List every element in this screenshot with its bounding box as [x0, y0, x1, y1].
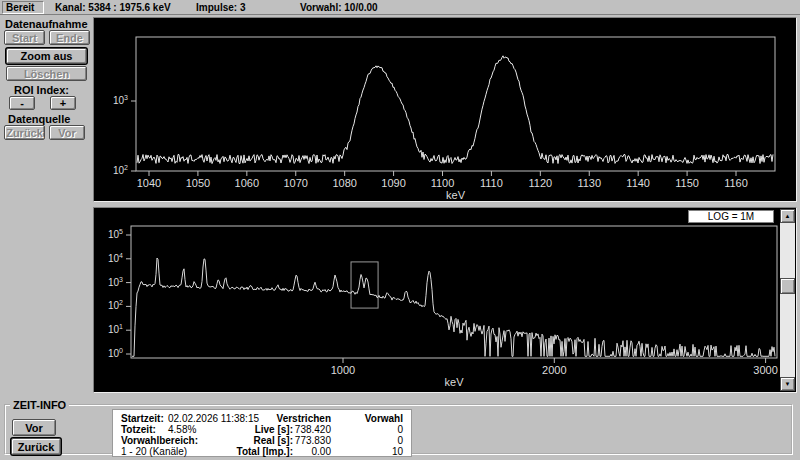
svg-text:1150: 1150	[675, 177, 699, 189]
vorwahl-header: Vorwahl	[341, 413, 403, 424]
svg-text:1050: 1050	[186, 177, 210, 189]
svg-text:1130: 1130	[577, 177, 601, 189]
svg-text:1110: 1110	[480, 177, 503, 189]
svg-text:1060: 1060	[235, 177, 259, 189]
svg-text:1090: 1090	[381, 177, 405, 189]
real-verstrichen-value: 773.830	[255, 435, 331, 446]
start-button[interactable]: Start	[4, 30, 45, 45]
scroll-down-button[interactable]: ▼	[780, 377, 795, 391]
svg-text:101: 101	[108, 323, 123, 335]
full-plot-panel[interactable]: 100020003000keV105104103102101100 LOG = …	[93, 207, 797, 393]
svg-text:2000: 2000	[542, 364, 566, 376]
zoom-aus-button[interactable]: Zoom aus	[6, 48, 87, 64]
scroll-thumb[interactable]	[780, 278, 795, 294]
total-verstrichen-value: 0.00	[255, 446, 331, 457]
zeit-info-title: ZEIT-INFO	[10, 399, 69, 411]
roi-minus-button[interactable]: -	[9, 96, 35, 110]
status-ready: Bereit	[2, 1, 44, 14]
svg-text:1070: 1070	[284, 177, 308, 189]
svg-text:1040: 1040	[137, 177, 161, 189]
svg-text:102: 102	[108, 299, 123, 311]
svg-text:104: 104	[108, 252, 123, 264]
zeit-info-table: Startzeit: 02.02.2026 11:38:15 Verstrich…	[112, 409, 412, 457]
datenquelle-zurueck-button[interactable]: Zurück	[4, 125, 45, 140]
startzeit-value: 02.02.2026 11:38:15	[168, 413, 259, 424]
svg-text:1160: 1160	[724, 177, 748, 189]
datenquelle-vor-button[interactable]: Vor	[49, 125, 85, 140]
svg-text:keV: keV	[446, 189, 466, 201]
total-vorwahl-value: 10	[341, 446, 403, 457]
svg-text:100: 100	[108, 347, 123, 359]
svg-text:keV: keV	[445, 376, 465, 388]
totzeit-value: 4.58%	[168, 424, 196, 435]
loeschen-button[interactable]: Löschen	[6, 66, 87, 81]
svg-text:1000: 1000	[331, 364, 355, 376]
totzeit-label: Totzeit:	[121, 424, 156, 435]
scroll-up-button[interactable]: ▲	[780, 209, 795, 223]
svg-text:102: 102	[113, 164, 128, 176]
roi-index-label: ROI Index:	[14, 84, 69, 96]
kanaele-label: 1 - 20 (Kanäle)	[121, 446, 187, 457]
zoom-spectrum-plot[interactable]: 1040105010601070108010901100111011201130…	[94, 18, 796, 201]
full-spectrum-plot[interactable]: 100020003000keV105104103102101100	[94, 208, 796, 392]
startzeit-label: Startzeit:	[121, 413, 164, 424]
zeit-zurueck-button[interactable]: Zurück	[11, 438, 61, 455]
svg-text:1140: 1140	[626, 177, 650, 189]
datenaufnahme-label: Datenaufnahme	[5, 18, 88, 30]
live-vorwahl-value: 0	[341, 424, 403, 435]
status-kanal: Kanal: 5384 : 1975.6 keV	[55, 2, 171, 13]
up-arrow-icon: ▲	[785, 213, 791, 219]
zeit-vor-button[interactable]: Vor	[12, 419, 56, 436]
vorwahlbereich-label: Vorwahlbereich:	[121, 435, 198, 446]
svg-text:1120: 1120	[529, 177, 553, 189]
zoom-plot-panel[interactable]: 1040105010601070108010901100111011201130…	[93, 17, 797, 202]
log-scale-readout[interactable]: LOG = 1M	[688, 210, 774, 223]
plot-scrollbar[interactable]: ▲ ▼	[780, 209, 795, 391]
svg-text:103: 103	[108, 276, 123, 288]
roi-plus-button[interactable]: +	[50, 96, 76, 110]
zeit-info-group: ZEIT-INFO Vor Zurück Startzeit: 02.02.20…	[4, 399, 793, 455]
real-vorwahl-value: 0	[341, 435, 403, 446]
svg-text:103: 103	[113, 94, 128, 106]
status-vorwahl: Vorwahl: 10/0.00	[300, 2, 378, 13]
ende-button[interactable]: Ende	[49, 30, 90, 45]
live-verstrichen-value: 738.420	[255, 424, 331, 435]
svg-text:105: 105	[108, 228, 123, 240]
status-impulse: Impulse: 3	[196, 2, 245, 13]
svg-text:1100: 1100	[431, 177, 455, 189]
status-bar: Bereit Kanal: 5384 : 1975.6 keV Impulse:…	[0, 0, 800, 15]
svg-text:3000: 3000	[753, 364, 777, 376]
svg-text:1080: 1080	[332, 177, 356, 189]
verstrichen-header: Verstrichen	[255, 413, 331, 424]
down-arrow-icon: ▼	[785, 381, 791, 387]
datenquelle-label: Datenquelle	[8, 113, 70, 125]
